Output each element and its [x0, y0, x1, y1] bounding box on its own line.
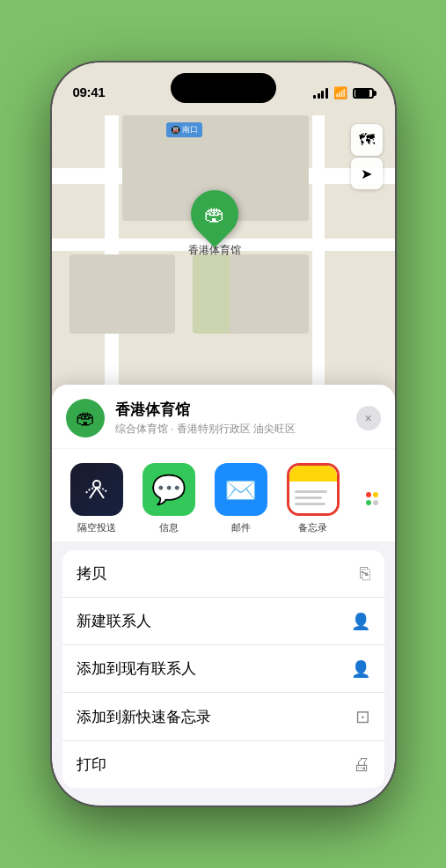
- close-button[interactable]: ×: [356, 406, 381, 430]
- action-print[interactable]: 打印 🖨: [62, 741, 384, 788]
- airdrop-label: 隔空投送: [77, 521, 116, 534]
- map-type-button[interactable]: 🗺: [351, 124, 383, 156]
- notes-icon: [287, 463, 340, 516]
- phone-frame: 09:41 📶: [52, 63, 395, 805]
- more-button[interactable]: [355, 473, 390, 526]
- quick-note-label: 添加到新快速备忘录: [77, 707, 211, 727]
- copy-label: 拷贝: [77, 563, 106, 584]
- venue-name: 香港体育馆: [115, 400, 346, 420]
- more-dots: [366, 492, 378, 505]
- stadium-marker[interactable]: 🏟 香港体育馆: [188, 190, 241, 258]
- venue-icon: 🏟: [66, 399, 105, 438]
- mail-label: 邮件: [231, 521, 251, 534]
- status-icons: 📶: [313, 86, 374, 99]
- share-notes[interactable]: 备忘录: [282, 463, 344, 534]
- sheet-header: 🏟 香港体育馆 综合体育馆 · 香港特别行政区 油尖旺区 ×: [52, 385, 395, 448]
- stadium-icon: 🏟: [204, 202, 225, 226]
- quick-note-icon: ⊡: [355, 706, 370, 727]
- messages-icon: 💬: [143, 463, 195, 516]
- messages-label: 信息: [159, 521, 179, 534]
- new-contact-icon: 👤: [351, 612, 370, 631]
- new-contact-label: 新建联系人: [77, 611, 151, 631]
- notes-label: 备忘录: [298, 521, 327, 534]
- add-contact-icon: 👤: [351, 659, 370, 679]
- wifi-icon: 📶: [333, 86, 347, 99]
- airdrop-icon: [70, 463, 123, 516]
- signal-icon: [313, 88, 328, 99]
- dynamic-island: [171, 73, 276, 103]
- share-messages[interactable]: 💬 信息: [138, 463, 200, 534]
- copy-icon: ⎘: [360, 563, 370, 584]
- share-row: 隔空投送 💬 信息 ✉️ 邮件: [52, 449, 395, 541]
- action-quick-note[interactable]: 添加到新快速备忘录 ⊡: [62, 693, 384, 741]
- action-copy[interactable]: 拷贝 ⎘: [62, 550, 384, 598]
- share-mail[interactable]: ✉️ 邮件: [210, 463, 272, 534]
- add-contact-label: 添加到现有联系人: [77, 658, 196, 679]
- marker-pin: 🏟: [180, 180, 247, 247]
- battery-icon: [353, 88, 374, 99]
- share-airdrop[interactable]: 隔空投送: [66, 463, 128, 534]
- mail-icon: ✉️: [215, 463, 267, 516]
- action-new-contact[interactable]: 新建联系人 👤: [62, 598, 384, 645]
- venue-subtitle: 综合体育馆 · 香港特别行政区 油尖旺区: [115, 422, 346, 437]
- print-icon: 🖨: [353, 754, 370, 775]
- bottom-sheet: 🏟 香港体育馆 综合体育馆 · 香港特别行政区 油尖旺区 ×: [52, 385, 395, 805]
- map-controls: 🗺 ➤: [351, 124, 383, 189]
- print-label: 打印: [77, 754, 106, 775]
- location-button[interactable]: ➤: [351, 158, 383, 189]
- map-label: 🚇 南口: [166, 122, 202, 137]
- status-time: 09:41: [73, 85, 106, 99]
- action-list: 拷贝 ⎘ 新建联系人 👤 添加到现有联系人 👤 添加到新快速备忘录 ⊡ 打印: [62, 550, 384, 788]
- venue-info: 香港体育馆 综合体育馆 · 香港特别行政区 油尖旺区: [115, 400, 346, 437]
- action-add-contact[interactable]: 添加到现有联系人 👤: [62, 645, 384, 693]
